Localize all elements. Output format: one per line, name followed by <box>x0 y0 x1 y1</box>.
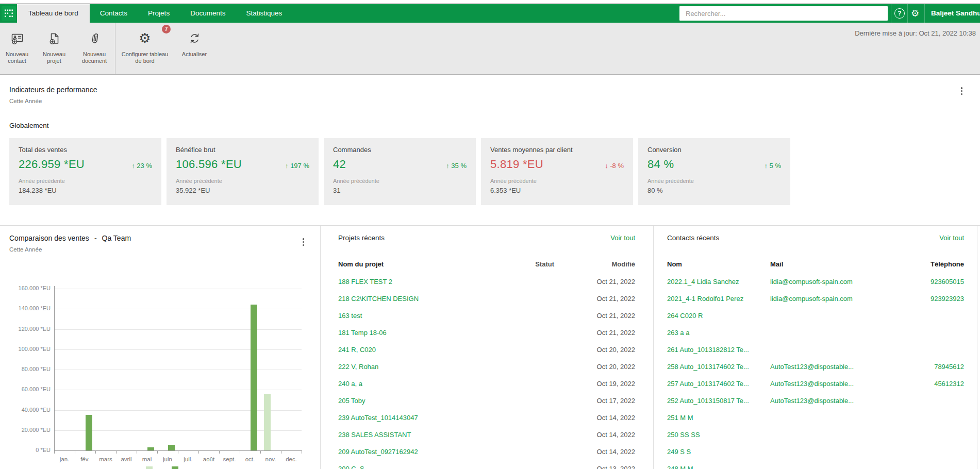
kpi-prev-label: Année précédente <box>490 178 624 184</box>
kpi-menu-kebab-icon[interactable] <box>958 85 966 97</box>
tab-contacts[interactable]: Contacts <box>90 4 138 23</box>
chart-title-separator: - <box>94 234 97 242</box>
contact-name-link[interactable]: 2021_4-1 Rodolfo1 Perez <box>667 290 743 307</box>
configure-dashboard-button[interactable]: ⚙ Configurer tableau de bord <box>120 29 170 64</box>
contact-name-link[interactable]: 264 C020 R <box>667 307 703 324</box>
new-contact-label: Nouveau contact <box>0 51 34 64</box>
kpi-value: 84 % <box>647 158 674 171</box>
x-axis-month-label: jan. <box>54 456 75 462</box>
contact-phone-link[interactable]: 78945612 <box>934 358 964 375</box>
x-axis-tick <box>302 450 302 454</box>
contact-mail-link[interactable]: AutoTest123@dispostable... <box>770 392 854 409</box>
chart-menu-kebab-icon[interactable] <box>300 236 308 248</box>
kpi-delta-value: 5 % <box>770 162 781 170</box>
col-project-name: Nom du projet <box>338 260 384 268</box>
project-name-link[interactable]: 238 SALES ASSISTANT <box>338 426 411 443</box>
x-axis-month-label: avril <box>116 456 137 462</box>
contact-row: 252 Auto_1013150817 Te...AutoTest123@dis… <box>654 392 980 409</box>
contact-row: 251 M M <box>654 409 980 426</box>
nav-divider <box>891 4 891 23</box>
kpi-value: 226.959 *EU <box>19 158 85 171</box>
scrollbar-track[interactable] <box>977 226 977 469</box>
contact-name-link[interactable]: 251 M M <box>667 409 693 426</box>
kpi-cards-row: Total des ventes226.959 *EU↑ 23 %Année p… <box>9 138 790 205</box>
help-icon[interactable]: ? <box>894 8 905 19</box>
contact-row: 258 Auto_1013174602 Te...AutoTest123@dis… <box>654 358 980 375</box>
project-modified-date: Oct 14, 2022 <box>597 426 635 443</box>
contact-name-link[interactable]: 263 a a <box>667 324 689 341</box>
contact-mail-link[interactable]: AutoTest123@dispostable... <box>770 375 854 392</box>
projects-view-all-link[interactable]: Voir tout <box>610 234 635 242</box>
project-modified-date: Oct 19, 2022 <box>597 375 635 392</box>
contact-phone-link[interactable]: 45612312 <box>934 375 964 392</box>
notification-badge[interactable]: 7 <box>162 25 171 34</box>
project-name-link[interactable]: 205 Toby <box>338 392 366 409</box>
contact-name-link[interactable]: 250 SS SS <box>667 426 700 443</box>
app-logo-icon[interactable] <box>2 6 16 21</box>
project-modified-date: Oct 14, 2022 <box>597 443 635 460</box>
project-modified-date: Oct 14, 2022 <box>597 409 635 426</box>
contact-row: 250 SS SS <box>654 426 980 443</box>
project-name-link[interactable]: 188 FLEX TEST 2 <box>338 273 392 290</box>
project-name-link[interactable]: 200 C, S <box>338 460 364 469</box>
new-document-button[interactable]: Nouveau document <box>73 29 115 64</box>
new-project-button[interactable]: Nouveau projet <box>37 29 72 64</box>
kpi-label: Commandes <box>333 146 467 154</box>
project-row: 238 SALES ASSISTANTOct 14, 2022 <box>321 426 653 443</box>
kpi-prev-value: 31 <box>333 187 467 194</box>
contact-name-link[interactable]: 258 Auto_1013174602 Te... <box>667 358 749 375</box>
project-row: 222 V, RohanOct 20, 2022 <box>321 358 653 375</box>
kpi-delta: ↑ 5 % <box>764 162 781 170</box>
col-project-status: Statut <box>535 260 554 268</box>
contacts-view-all-link[interactable]: Voir tout <box>939 234 964 242</box>
contact-name-link[interactable]: 257 Auto_1013174602 Te... <box>667 375 749 392</box>
project-row: 163 testOct 21, 2022 <box>321 307 653 324</box>
search-input[interactable] <box>679 6 888 21</box>
kpi-value: 106.596 *EU <box>176 158 242 171</box>
y-axis-tick-label: 160.000 *EU <box>0 285 51 291</box>
project-modified-date: Oct 20, 2022 <box>597 341 635 358</box>
refresh-button[interactable]: Actualiser <box>175 29 213 58</box>
contacts-panel-title: Contacts récents <box>667 234 719 242</box>
project-name-link[interactable]: 163 test <box>338 307 362 324</box>
chart-bar-juin-series_dark <box>168 445 175 450</box>
chart-gridline <box>54 370 302 370</box>
new-contact-button[interactable]: Nouveau contact <box>0 29 34 64</box>
contact-name-link[interactable]: 261 Auto_1013182812 Te... <box>667 341 749 358</box>
col-contact-mail: Mail <box>770 260 783 268</box>
kpi-label: Total des ventes <box>19 146 152 154</box>
new-contact-icon <box>0 29 34 47</box>
arrow-up-icon: ↑ <box>764 162 768 170</box>
contact-phone-link[interactable]: 923605015 <box>931 273 964 290</box>
x-axis-month-label: juin <box>157 456 178 462</box>
project-name-link[interactable]: 222 V, Rohan <box>338 358 378 375</box>
contact-name-link[interactable]: 248 M M <box>667 460 693 469</box>
project-name-link[interactable]: 241 R, C020 <box>338 341 376 358</box>
legend-swatch-series_dark <box>172 466 178 469</box>
kpi-delta: ↑ 23 % <box>131 162 152 170</box>
contact-name-link[interactable]: 249 S S <box>667 443 691 460</box>
contact-name-link[interactable]: 252 Auto_1013150817 Te... <box>667 392 749 409</box>
arrow-up-icon: ↑ <box>285 162 289 170</box>
contact-mail-link[interactable]: AutoTest123@dispostable... <box>770 358 854 375</box>
kpi-group-label: Globalement <box>9 122 49 129</box>
nav-divider <box>907 4 908 23</box>
tab-tableau-de-bord[interactable]: Tableau de bord <box>17 4 90 23</box>
user-menu[interactable]: Baljeet Sandhu <box>931 4 980 23</box>
contact-mail-link[interactable]: lidia@compusoft-spain.com <box>770 290 853 307</box>
project-name-link[interactable]: 239 AutoTest_1014143047 <box>338 409 418 426</box>
project-name-link[interactable]: 209 AutoTest_0927162942 <box>338 443 418 460</box>
kpi-prev-label: Année précédente <box>176 178 309 184</box>
contact-mail-link[interactable]: lidia@compusoft-spain.com <box>770 273 853 290</box>
project-name-link[interactable]: 218 C2\KITCHEN DESIGN <box>338 290 419 307</box>
tab-documents[interactable]: Documents <box>180 4 236 23</box>
chart-gridline <box>54 349 302 350</box>
tab-statistiques[interactable]: Statistiques <box>236 4 292 23</box>
settings-gear-icon[interactable]: ⚙ <box>911 7 919 20</box>
tab-projets[interactable]: Projets <box>138 4 180 23</box>
project-name-link[interactable]: 240 a, a <box>338 375 362 392</box>
contact-name-link[interactable]: 2022.1_4 Lidia Sanchez <box>667 273 739 290</box>
contact-phone-link[interactable]: 923923923 <box>931 290 964 307</box>
project-name-link[interactable]: 181 Temp 18-06 <box>338 324 387 341</box>
refresh-label: Actualiser <box>175 51 213 58</box>
